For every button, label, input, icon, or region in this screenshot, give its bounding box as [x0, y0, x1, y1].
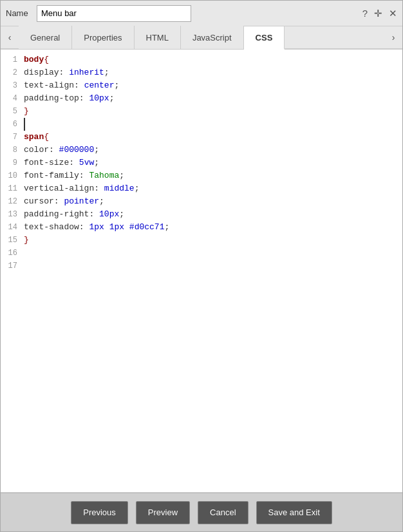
move-icon[interactable]: ✛: [374, 8, 382, 19]
main-window: Name ? ✛ ✕ ‹ General Properties HTML Jav…: [0, 0, 403, 532]
preview-button[interactable]: Preview: [136, 501, 190, 524]
close-icon[interactable]: ✕: [389, 8, 397, 19]
name-label: Name: [6, 8, 32, 18]
code-line-2: 2 display: inherit;: [1, 66, 402, 79]
help-icon[interactable]: ?: [362, 8, 368, 19]
code-line-1: 1 body{: [1, 53, 402, 66]
tab-html[interactable]: HTML: [135, 26, 181, 49]
code-line-8: 8 color: #000000;: [1, 144, 402, 157]
code-line-7: 7 span{: [1, 131, 402, 144]
code-line-9: 9 font-size: 5vw;: [1, 157, 402, 169]
code-line-17: 17: [1, 260, 402, 272]
code-line-4: 4 padding-top: 10px;: [1, 92, 402, 105]
code-line-13: 13 padding-right: 10px;: [1, 208, 402, 221]
cancel-button[interactable]: Cancel: [198, 501, 248, 524]
previous-button[interactable]: Previous: [71, 501, 128, 524]
tab-css[interactable]: CSS: [244, 26, 285, 50]
tabs-bar: ‹ General Properties HTML JavaScript CSS…: [1, 26, 402, 50]
code-editor[interactable]: 1 body{ 2 display: inherit; 3 text-align…: [1, 50, 402, 493]
code-line-3: 3 text-align: center;: [1, 79, 402, 92]
tab-properties[interactable]: Properties: [72, 26, 134, 49]
tab-nav-left[interactable]: ‹: [1, 26, 19, 49]
title-bar-icons: ? ✛ ✕: [362, 8, 397, 19]
code-line-10: 10 font-family: Tahoma;: [1, 169, 402, 182]
code-line-11: 11 vertical-align: middle;: [1, 182, 402, 195]
code-line-16: 16: [1, 247, 402, 260]
code-line-6: 6: [1, 118, 402, 131]
code-line-5: 5 }: [1, 105, 402, 118]
code-line-12: 12 cursor: pointer;: [1, 195, 402, 208]
tab-javascript[interactable]: JavaScript: [181, 26, 244, 49]
title-bar: Name ? ✛ ✕: [1, 1, 402, 26]
tab-general[interactable]: General: [19, 26, 72, 49]
tab-nav-right[interactable]: ›: [384, 26, 402, 49]
name-input[interactable]: [37, 5, 191, 22]
code-line-14: 14 text-shadow: 1px 1px #d0cc71;: [1, 221, 402, 234]
footer: Previous Preview Cancel Save and Exit: [1, 493, 402, 531]
save-exit-button[interactable]: Save and Exit: [256, 501, 332, 524]
code-line-15: 15 }: [1, 234, 402, 247]
